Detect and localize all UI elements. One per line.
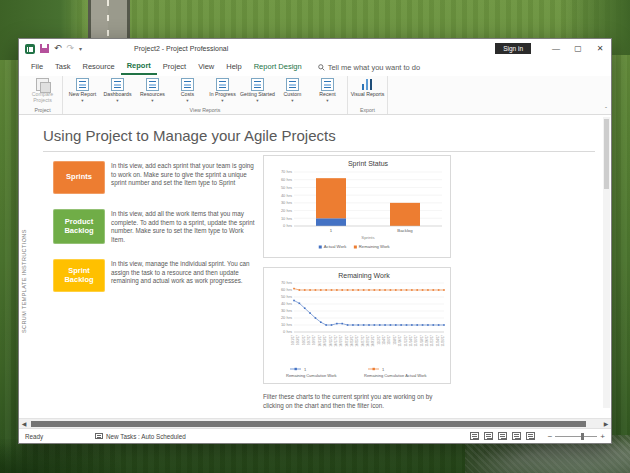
tab-report-design[interactable]: Report Design (248, 60, 308, 74)
ribbon-getting-started-button[interactable]: Getting Started▾ (240, 77, 275, 103)
quick-access-toolbar: ↶ ↷ ▾ (19, 44, 82, 54)
svg-text:10/19/17: 10/19/17 (339, 335, 343, 347)
tab-report[interactable]: Report (121, 59, 157, 75)
svg-text:11/24/17: 11/24/17 (436, 335, 440, 347)
tell-me-label: Tell me what you want to do (328, 63, 421, 72)
title-bar: ↶ ↷ ▾ Project2 - Project Professional Si… (19, 39, 611, 58)
sign-in-button[interactable]: Sign in (495, 43, 531, 54)
undo-icon[interactable]: ↶ (54, 44, 62, 53)
remaining-work-chart: Remaining Work0 hrs10 hrs20 hrs30 hrs40 … (264, 268, 450, 383)
minimize-button[interactable]: — (545, 39, 567, 58)
svg-text:1: 1 (382, 367, 385, 372)
customize-quick-access-icon[interactable]: ▾ (79, 45, 82, 52)
ribbon-recent-button[interactable]: Recent▾ (310, 77, 345, 103)
zoom-slider[interactable]: − + (548, 432, 605, 441)
zoom-track[interactable] (555, 436, 597, 437)
title-divider (43, 151, 595, 152)
zoom-in-icon[interactable]: + (600, 432, 605, 441)
scroll-left-arrow[interactable]: ◀ (19, 419, 29, 429)
ribbon-in-progress-button[interactable]: In Progress▾ (205, 77, 240, 103)
svg-text:11/12/17: 11/12/17 (404, 335, 408, 347)
svg-text:11/4/17: 11/4/17 (382, 335, 386, 345)
svg-text:10/27/17: 10/27/17 (361, 335, 365, 347)
tab-resource[interactable]: Resource (77, 60, 121, 74)
svg-text:30 hrs: 30 hrs (281, 200, 292, 205)
vertical-scrollbar[interactable] (603, 117, 610, 408)
view-report-icon[interactable] (526, 432, 535, 440)
tab-task[interactable]: Task (49, 60, 76, 74)
svg-text:10/9/17: 10/9/17 (312, 335, 316, 345)
svg-text:11/14/17: 11/14/17 (409, 335, 413, 347)
dropdown-caret-icon: ▾ (256, 98, 258, 103)
sprint-status-chart-box[interactable]: Sprint Status0 hrs10 hrs20 hrs30 hrs40 h… (263, 155, 451, 258)
vertical-scrollbar-thumb[interactable] (604, 119, 609, 189)
svg-text:11/22/17: 11/22/17 (430, 335, 434, 347)
tab-view[interactable]: View (192, 60, 220, 74)
project-app-icon[interactable] (25, 44, 35, 54)
svg-text:10/1/17: 10/1/17 (291, 335, 295, 345)
tab-help[interactable]: Help (220, 60, 247, 74)
product-backlog-badge[interactable]: Product Backlog (53, 209, 105, 244)
view-team-planner-icon[interactable] (498, 432, 507, 440)
charts-column: Sprint Status0 hrs10 hrs20 hrs30 hrs40 h… (263, 155, 451, 410)
svg-text:50 hrs: 50 hrs (281, 185, 292, 190)
ribbon: Compare ProjectsProjectNew Report▾Dashbo… (19, 76, 611, 115)
new-tasks-status[interactable]: New Tasks : Auto Scheduled (95, 433, 186, 440)
sprints-description: In this view, add each sprint that your … (111, 161, 259, 194)
report-canvas: SCRUM TEMPLATE INSTRUCTIONS Using Projec… (19, 115, 611, 418)
chart-xlabel: Sprints (361, 235, 374, 240)
ribbon-dashboards-button[interactable]: Dashboards▾ (100, 77, 135, 103)
ribbon-resources-button[interactable]: Resources▾ (135, 77, 170, 103)
section-sprints: SprintsIn this view, add each sprint tha… (53, 161, 259, 194)
view-resource-sheet-icon[interactable] (512, 432, 521, 440)
redo-icon[interactable]: ↷ (67, 44, 75, 53)
svg-text:10 hrs: 10 hrs (281, 216, 292, 221)
ribbon-custom-button[interactable]: Custom▾ (275, 77, 310, 103)
dropdown-caret-icon: ▾ (291, 98, 293, 103)
scroll-right-arrow[interactable]: ▶ (601, 419, 611, 429)
section-sprint-backlog: Sprint BacklogIn this view, manage the i… (53, 259, 259, 292)
horizontal-scrollbar-track[interactable] (29, 421, 601, 427)
tab-file[interactable]: File (25, 60, 49, 74)
svg-text:11/8/17: 11/8/17 (393, 335, 397, 345)
svg-text:10/29/17: 10/29/17 (366, 335, 370, 347)
ribbon-compare-projects-button[interactable]: Compare Projects (25, 77, 60, 104)
svg-text:10/13/17: 10/13/17 (323, 335, 327, 347)
svg-text:60 hrs: 60 hrs (281, 287, 292, 292)
close-button[interactable]: ✕ (589, 39, 611, 58)
ribbon-new-report-button[interactable]: New Report▾ (65, 77, 100, 103)
view-task-usage-icon[interactable] (484, 432, 493, 440)
maximize-button[interactable]: ▢ (567, 39, 589, 58)
svg-text:60 hrs: 60 hrs (281, 177, 292, 182)
svg-text:10/25/17: 10/25/17 (355, 335, 359, 347)
svg-text:Remaining Cumulative Work: Remaining Cumulative Work (286, 373, 337, 378)
ribbon-group-project: Compare ProjectsProject (23, 76, 63, 114)
grass-shading (0, 443, 630, 473)
tab-project[interactable]: Project (157, 60, 192, 74)
svg-text:10 hrs: 10 hrs (281, 322, 292, 327)
search-icon (318, 64, 325, 71)
ribbon-costs-button[interactable]: Costs▾ (170, 77, 205, 103)
ribbon-button-label: Compare Projects (25, 92, 60, 104)
remaining-work-chart-box[interactable]: Remaining Work0 hrs10 hrs20 hrs30 hrs40 … (263, 267, 451, 384)
svg-text:10/17/17: 10/17/17 (334, 335, 338, 347)
report-title: Using Project to Manage your Agile Proje… (43, 127, 336, 144)
ribbon-group-label: View Reports (65, 106, 345, 114)
view-gantt-icon[interactable] (470, 432, 479, 440)
svg-text:10/11/17: 10/11/17 (318, 335, 322, 347)
sprint-backlog-badge[interactable]: Sprint Backlog (53, 259, 105, 292)
zoom-thumb[interactable] (581, 433, 584, 440)
project-window: ↶ ↷ ▾ Project2 - Project Professional Si… (18, 38, 612, 444)
horizontal-scrollbar-thumb[interactable] (31, 421, 586, 427)
collapse-ribbon-icon[interactable]: ˇ (605, 106, 607, 112)
svg-text:1: 1 (330, 228, 333, 233)
dropdown-caret-icon: ▾ (186, 98, 188, 103)
zoom-out-icon[interactable]: − (548, 432, 553, 441)
tell-me-box[interactable]: Tell me what you want to do (318, 63, 421, 72)
sprints-badge[interactable]: Sprints (53, 161, 105, 194)
ribbon-visual-reports-button[interactable]: Visual Reports (350, 77, 385, 98)
svg-text:10/5/17: 10/5/17 (302, 335, 306, 345)
save-icon[interactable] (40, 44, 49, 53)
svg-text:10/21/17: 10/21/17 (345, 335, 349, 347)
horizontal-scrollbar[interactable]: ◀ ▶ (19, 418, 611, 428)
